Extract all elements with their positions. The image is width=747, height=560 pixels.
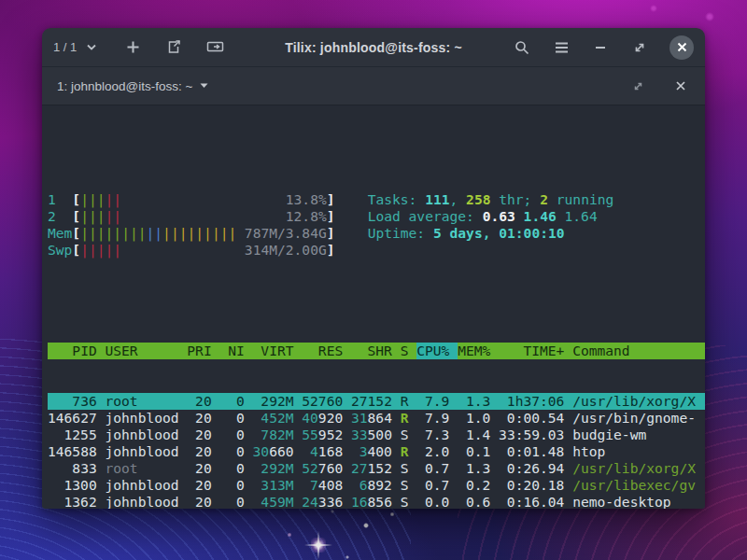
meter-bar: |||||||||||||||||||787M/3.84G: [80, 225, 327, 242]
cell-time: 0:20.18: [499, 477, 572, 494]
cell-ni: 0: [219, 410, 252, 427]
column-header-shr[interactable]: SHR: [351, 343, 401, 359]
tasks-load-uptime: Tasks: 111, 258 thr; 2 runningLoad avera…: [368, 191, 614, 259]
process-row[interactable]: 1255johnblood200782M5595233500S7.31.433:…: [48, 427, 705, 443]
session-indicator: 1 / 1: [53, 40, 77, 54]
process-table: 736root200292M5276027152R7.91.31h37:06/u…: [48, 393, 705, 509]
column-header-pri[interactable]: PRI: [187, 343, 219, 359]
cell-shr: 27152: [351, 460, 401, 477]
new-session-button[interactable]: [164, 38, 183, 57]
cell-state: R: [401, 410, 417, 427]
cell-pri: 20: [187, 410, 219, 427]
cell-mem: 0.1: [458, 443, 499, 460]
cell-pri: 20: [187, 427, 219, 443]
cell-pid: 146627: [48, 410, 105, 427]
cell-time: 33:59.03: [499, 427, 572, 443]
cell-res: 55952: [302, 427, 351, 443]
background-star: [311, 538, 326, 553]
meter-label: 1: [48, 191, 72, 208]
cell-time: 1h37:06: [499, 393, 572, 410]
column-header-time[interactable]: TIME+: [499, 343, 572, 359]
tilix-window: 1 / 1 Tilix: johnblood@its-foss: ~: [42, 28, 705, 509]
cell-virt: 459M: [253, 494, 303, 509]
tab-title: 1: johnblood@its-foss: ~: [57, 79, 192, 93]
pane-close-icon[interactable]: [671, 77, 690, 95]
meter-ticks: |||||: [80, 191, 121, 208]
minimize-button[interactable]: [591, 38, 610, 57]
process-row[interactable]: 1300johnblood200313M74086892S0.70.20:20.…: [48, 477, 705, 494]
cell-state: S: [401, 477, 417, 494]
pane-maximize-icon[interactable]: [628, 77, 647, 95]
column-header-cmd[interactable]: Command: [572, 343, 705, 359]
column-header-user[interactable]: USER: [105, 343, 187, 359]
cell-cpu: 0.7: [416, 460, 458, 477]
meter-label: 2: [48, 208, 72, 225]
session-pager-dropdown[interactable]: 1 / 1: [53, 38, 101, 57]
cell-state: R: [401, 393, 417, 410]
cell-cpu: 7.3: [416, 427, 458, 443]
column-header-mem[interactable]: MEM%: [458, 343, 499, 359]
cell-time: 0:26.94: [499, 460, 572, 477]
process-row[interactable]: 736root200292M5276027152R7.91.31h37:06/u…: [48, 393, 705, 410]
cell-ni: 0: [219, 477, 252, 494]
column-header-ni[interactable]: NI: [219, 343, 252, 359]
cell-pri: 20: [187, 494, 219, 509]
process-row[interactable]: 146588johnblood2003066041683400R2.00.10:…: [48, 443, 705, 460]
cell-user: johnblood: [105, 477, 187, 494]
cell-user: root: [105, 460, 187, 477]
cell-pid: 1255: [48, 427, 105, 443]
cell-command: htop: [572, 443, 705, 460]
meter-value: 12.8%: [286, 208, 327, 225]
sidebar-toggle-button[interactable]: [205, 38, 224, 57]
meter-swp: Swp[|||||314M/2.00G]: [48, 242, 368, 259]
cell-res: 52760: [302, 460, 351, 477]
meter-bar: |||||12.8%: [80, 208, 327, 225]
cell-command: /usr/libexec/gv: [572, 477, 705, 494]
cell-res: 7408: [302, 477, 351, 494]
tab-title-dropdown[interactable]: 1: johnblood@its-foss: ~: [57, 79, 208, 93]
htop-header-area: 1[|||||13.8%]2[|||||12.8%]Mem[||||||||||…: [48, 191, 705, 259]
cell-pri: 20: [187, 443, 219, 460]
column-header-virt[interactable]: VIRT: [253, 343, 303, 359]
cell-mem: 0.2: [458, 477, 499, 494]
meter-bar: |||||13.8%: [80, 191, 327, 208]
process-row[interactable]: 833root200292M5276027152S0.71.30:26.94/u…: [48, 460, 705, 477]
cell-shr: 6892: [351, 477, 401, 494]
cell-cpu: 0.7: [416, 477, 458, 494]
cell-pid: 1300: [48, 477, 105, 494]
meter-value: 13.8%: [286, 191, 327, 208]
meter-1: 1[|||||13.8%]: [48, 191, 368, 208]
cell-user: johnblood: [105, 410, 187, 427]
process-row[interactable]: 1362johnblood200459M2433616856S0.00.60:1…: [48, 494, 705, 509]
maximize-button[interactable]: [630, 38, 649, 57]
cell-cpu: 0.0: [416, 494, 458, 509]
cell-res: 24336: [302, 494, 351, 509]
cell-command: budgie-wm: [572, 427, 705, 443]
close-button[interactable]: [669, 35, 694, 60]
menu-icon[interactable]: [552, 38, 571, 57]
cell-virt: 313M: [253, 477, 303, 494]
process-row[interactable]: 146627johnblood200452M4092031864R7.91.00…: [48, 410, 705, 427]
cell-user: root: [105, 393, 187, 410]
column-header-s[interactable]: S: [401, 343, 417, 359]
process-table-header: PIDUSERPRINIVIRTRESSHRSCPU%MEM%TIME+Comm…: [48, 343, 705, 359]
column-header-cpu[interactable]: CPU%: [416, 343, 458, 359]
cell-command: /usr/bin/gnome-: [572, 410, 705, 427]
cell-mem: 1.4: [458, 427, 499, 443]
cell-state: S: [401, 494, 417, 509]
search-icon[interactable]: [513, 38, 531, 57]
column-header-pid[interactable]: PID: [48, 343, 105, 359]
cell-pid: 146588: [48, 443, 105, 460]
cell-time: 0:00.54: [499, 410, 572, 427]
chevron-down-icon: [200, 83, 208, 89]
cell-user: johnblood: [105, 443, 187, 460]
cell-user: johnblood: [105, 494, 187, 509]
cell-user: johnblood: [105, 427, 187, 443]
terminal-screen[interactable]: 1[|||||13.8%]2[|||||12.8%]Mem[||||||||||…: [42, 105, 705, 509]
new-terminal-button[interactable]: [123, 38, 142, 57]
cell-command: /usr/lib/xorg/X: [572, 393, 705, 410]
column-header-res[interactable]: RES: [302, 343, 351, 359]
cpu-memory-meters: 1[|||||13.8%]2[|||||12.8%]Mem[||||||||||…: [48, 191, 368, 259]
cell-shr: 3400: [351, 443, 401, 460]
titlebar: 1 / 1 Tilix: johnblood@its-foss: ~: [42, 28, 705, 67]
